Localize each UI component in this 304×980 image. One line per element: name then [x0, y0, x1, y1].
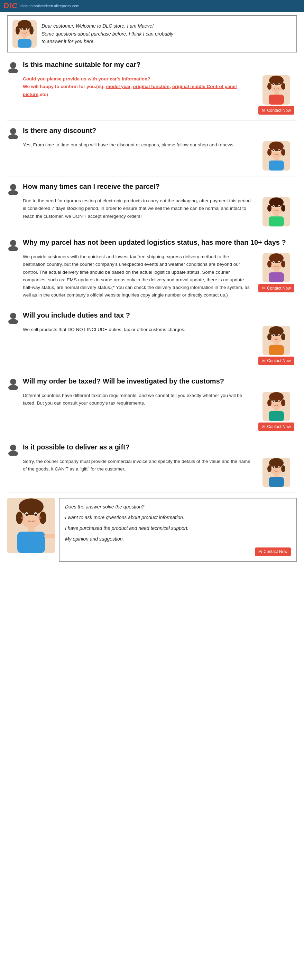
svg-rect-35 — [269, 161, 284, 170]
contact-icon-1: ✉ — [262, 108, 266, 113]
svg-point-104 — [21, 516, 25, 519]
contact-btn-area-5: ✉ Contact Now — [256, 326, 297, 365]
answer-area-3: Due to the need for rigorous testing of … — [23, 197, 297, 226]
section-q1: Is this machine suitable for my car? Cou… — [0, 56, 304, 119]
contact-btn-6[interactable]: ✉ Contact Now — [258, 423, 294, 431]
answer-text-3: Due to the need for rigorous testing of … — [23, 197, 252, 220]
feedback-avatar-svg — [7, 498, 55, 553]
contact-btn-area-7 — [256, 458, 297, 487]
contact-btn-area-6: ✉ Contact Now — [256, 392, 297, 431]
section-q6: Will my order be taxed? Will be investig… — [0, 372, 304, 435]
avatar-svg-7 — [262, 458, 290, 487]
svg-point-103 — [35, 513, 37, 516]
svg-point-12 — [10, 62, 16, 68]
question-text-1: Is this machine suitable for my car? — [23, 60, 141, 69]
feedback-section: Does the answer solve the question? I wa… — [0, 494, 304, 568]
svg-point-41 — [281, 205, 285, 212]
logo-text: DIC — [3, 2, 18, 10]
avatar-svg-4 — [262, 253, 290, 282]
answer-text-1: Could you please provide us with your ca… — [23, 75, 252, 99]
svg-point-105 — [37, 516, 42, 519]
svg-point-60 — [10, 313, 16, 319]
svg-rect-47 — [269, 216, 284, 226]
question-row-5: Will you include duties and tax ? — [7, 311, 297, 324]
contact-btn-area-2 — [256, 141, 297, 170]
answer-text-5: We sell products that DO NOT INCLUDE dut… — [23, 326, 252, 334]
svg-point-24 — [10, 128, 16, 134]
feedback-item-4: My opinion and suggestion. — [65, 535, 291, 542]
welcome-text: Dear customer, Welcome to DLC store, I a… — [42, 22, 173, 45]
answer-area-5: We sell products that DO NOT INCLUDE dut… — [23, 326, 297, 365]
contact-icon-6: ✉ — [262, 424, 266, 430]
svg-point-102 — [26, 513, 28, 516]
svg-rect-11 — [18, 39, 32, 48]
divider-7 — [7, 493, 297, 493]
answer-area-2: Yes, From time to time our shop will hav… — [23, 141, 297, 170]
avatar-1 — [262, 75, 290, 105]
contact-btn-area-4: ✉ Contact Now — [256, 253, 297, 293]
contact-icon-5: ✉ — [262, 358, 266, 363]
svg-point-72 — [10, 379, 16, 385]
svg-rect-95 — [269, 477, 284, 487]
question-row-2: Is there any discount? — [7, 126, 297, 139]
question-text-4: Why my parcel has not been updated logis… — [23, 238, 286, 247]
svg-point-80 — [273, 401, 274, 402]
svg-point-65 — [281, 334, 285, 340]
svg-point-20 — [273, 84, 274, 85]
feedback-contact-btn[interactable]: ✉ Contact Now — [255, 547, 291, 556]
svg-point-37 — [8, 190, 18, 195]
header-url: dlcautomotiveelectr.aliexpress.com — [21, 4, 80, 8]
svg-point-87 — [269, 458, 283, 468]
svg-point-92 — [273, 466, 274, 468]
svg-point-61 — [8, 319, 18, 324]
user-icon-7 — [7, 443, 19, 456]
contact-btn-1[interactable]: ✉ Contact Now — [258, 106, 294, 115]
avatar-svg-2 — [262, 141, 290, 170]
svg-point-8 — [27, 28, 28, 30]
welcome-avatar-svg — [13, 20, 37, 48]
contact-btn-5[interactable]: ✉ Contact Now — [258, 356, 294, 365]
svg-point-53 — [281, 261, 285, 267]
svg-point-69 — [278, 334, 280, 336]
highlighted-answer-1: Could you please provide us with your ca… — [23, 76, 237, 97]
svg-point-16 — [267, 83, 272, 90]
svg-rect-107 — [17, 531, 45, 553]
section-q2: Is there any discount? Yes, From time to… — [0, 122, 304, 175]
divider-4 — [7, 305, 297, 305]
divider-6 — [7, 437, 297, 437]
svg-point-64 — [267, 334, 272, 340]
svg-point-75 — [269, 392, 283, 402]
contact-icon-4: ✉ — [262, 285, 266, 291]
question-text-5: Will you include duties and tax ? — [23, 311, 130, 320]
contact-btn-area-1: ✉ Contact Now — [256, 75, 297, 115]
user-icon-1 — [7, 61, 19, 73]
avatar-svg-1 — [262, 75, 290, 105]
feedback-box: Does the answer solve the question? I wa… — [59, 498, 297, 562]
question-row-1: Is this machine suitable for my car? — [7, 60, 297, 73]
contact-btn-4[interactable]: ✉ Contact Now — [258, 284, 294, 293]
question-row-6: Will my order be taxed? Will be investig… — [7, 377, 297, 390]
svg-point-29 — [281, 149, 285, 156]
svg-point-49 — [8, 246, 18, 251]
svg-point-13 — [8, 68, 18, 73]
svg-point-9 — [24, 31, 25, 32]
svg-point-89 — [281, 465, 285, 472]
question-row-3: How many times can I receive the parcel? — [7, 182, 297, 195]
section-q3: How many times can I receive the parcel?… — [0, 178, 304, 231]
answer-area-4: We provide customers with the quickest a… — [23, 253, 297, 299]
section-q4: Why my parcel has not been updated logis… — [0, 234, 304, 304]
svg-rect-71 — [269, 345, 284, 355]
svg-point-85 — [8, 451, 18, 456]
user-icon-6 — [7, 377, 19, 390]
feedback-contact-icon: ✉ — [258, 549, 262, 554]
avatar-4 — [262, 253, 290, 282]
feedback-item-1: Does the answer solve the question? — [65, 503, 291, 511]
answer-text-6: Different countries have different taxat… — [23, 392, 252, 407]
user-icon-5 — [7, 311, 19, 324]
svg-point-33 — [278, 150, 280, 151]
feedback-item-3: I have purchased the product and need te… — [65, 525, 291, 532]
svg-point-28 — [267, 149, 272, 156]
welcome-box: Dear customer, Welcome to DLC store, I a… — [7, 15, 297, 52]
svg-point-88 — [267, 465, 272, 472]
feedback-contact-row: ✉ Contact Now — [65, 546, 291, 556]
